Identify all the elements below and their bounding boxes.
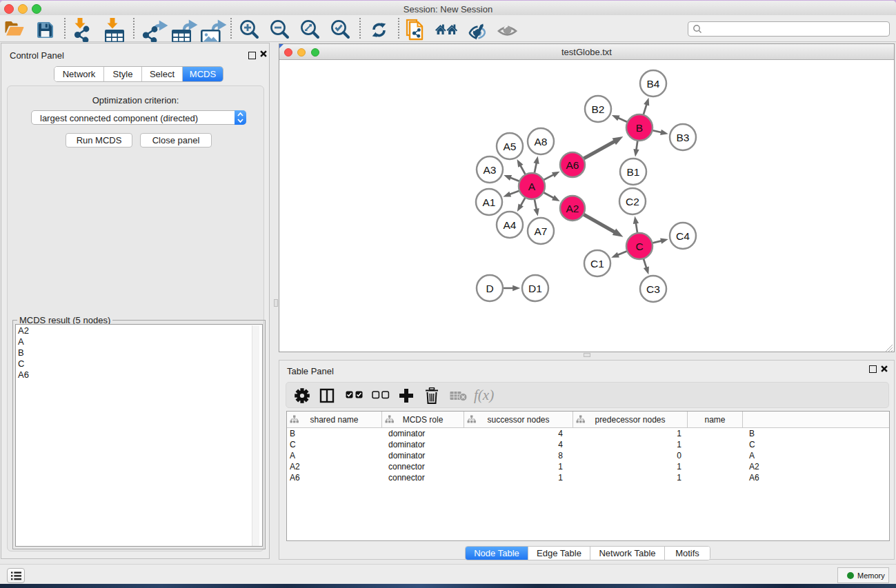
svg-text:A1: A1	[483, 196, 496, 208]
svg-text:C2: C2	[626, 196, 639, 207]
svg-text:C4: C4	[676, 230, 690, 242]
svg-text:D: D	[486, 283, 493, 294]
svg-text:C3: C3	[646, 283, 660, 295]
svg-text:B2: B2	[592, 103, 605, 115]
svg-text:A5: A5	[504, 141, 517, 152]
svg-text:C: C	[635, 241, 643, 252]
svg-text:B4: B4	[647, 78, 660, 90]
svg-text:C1: C1	[590, 258, 604, 270]
svg-text:A8: A8	[535, 136, 548, 148]
svg-text:A4: A4	[504, 219, 517, 231]
svg-text:D1: D1	[528, 283, 542, 294]
svg-text:A: A	[528, 181, 536, 192]
svg-text:A2: A2	[566, 203, 579, 214]
svg-text:A7: A7	[535, 225, 548, 237]
svg-text:A3: A3	[484, 164, 497, 176]
svg-text:B: B	[636, 122, 643, 134]
svg-text:B3: B3	[677, 132, 690, 143]
svg-text:A6: A6	[566, 159, 579, 171]
svg-text:B1: B1	[627, 166, 640, 178]
